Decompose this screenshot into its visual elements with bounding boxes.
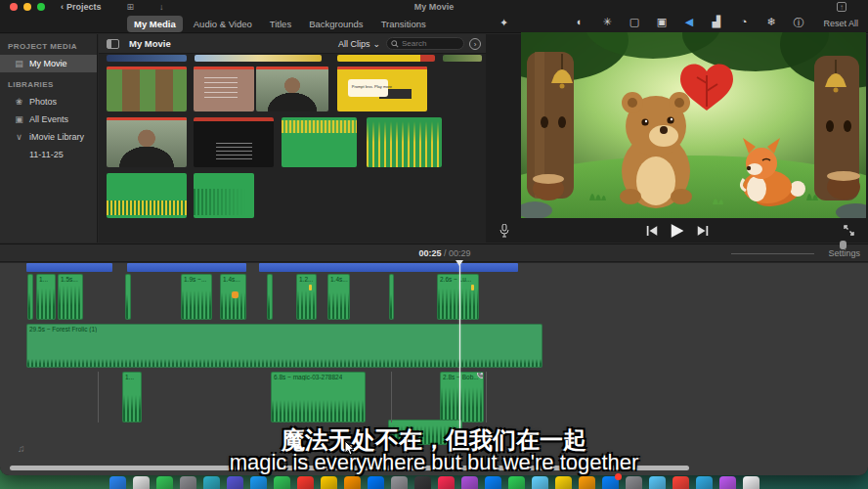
timeline-clip[interactable]: 2.8s ~ Bob...×: [440, 372, 484, 422]
dock-app-icon[interactable]: [156, 476, 173, 489]
color-balance-icon[interactable]: ◐: [572, 16, 587, 27]
timeline-clip[interactable]: 1.4s...: [327, 274, 350, 320]
tab-backgrounds[interactable]: Backgrounds: [302, 16, 369, 32]
sidebar-item-imovie-library[interactable]: ∨iMovie Library: [0, 128, 97, 146]
effects-icon[interactable]: ❄: [763, 16, 779, 28]
crop-icon[interactable]: ▢: [627, 16, 642, 28]
noise-reduction-icon[interactable]: ▟: [709, 16, 724, 28]
timeline-clip[interactable]: 1.5s...: [58, 274, 83, 320]
projects-back-button[interactable]: ‹ Projects: [61, 2, 102, 12]
speed-icon[interactable]: ◔: [736, 16, 752, 27]
tab-my-media[interactable]: My Media: [127, 16, 183, 32]
skip-forward-button[interactable]: [697, 226, 708, 236]
dock-app-icon[interactable]: [649, 476, 666, 489]
media-thumbnail[interactable]: [443, 55, 482, 62]
dock-app-icon[interactable]: [602, 476, 619, 489]
dock-app-icon[interactable]: [485, 476, 501, 489]
dock-app-icon[interactable]: [274, 476, 290, 489]
preview-viewer[interactable]: [521, 32, 866, 218]
sidebar-item-photos[interactable]: ❀Photos: [0, 93, 97, 111]
media-thumbnail[interactable]: [337, 55, 435, 62]
dock-app-icon[interactable]: [626, 476, 642, 489]
search-input[interactable]: Search: [386, 37, 464, 50]
timeline-clip[interactable]: [267, 274, 273, 320]
dock-app-icon[interactable]: [133, 476, 150, 489]
media-thumbnail[interactable]: [107, 55, 187, 62]
timeline[interactable]: ♫ 1...1.5s...1.9s ~...1.4s...1.2...1.4s.…: [0, 263, 868, 475]
timeline-clip[interactable]: [27, 274, 33, 320]
timeline-video-bar[interactable]: [259, 263, 518, 272]
timeline-clip[interactable]: [125, 274, 131, 320]
media-thumbnail[interactable]: Prompt less. Play more: [337, 67, 427, 111]
dock-app-icon[interactable]: [368, 476, 384, 489]
media-thumbnail[interactable]: [194, 173, 254, 218]
dock-app-icon[interactable]: [532, 476, 548, 489]
all-clips-filter[interactable]: All Clips⌄: [338, 39, 380, 49]
timeline-clip[interactable]: [389, 274, 394, 320]
timeline-clip[interactable]: 2.6s ~ Lu...: [437, 274, 479, 320]
media-thumbnail[interactable]: [282, 117, 357, 167]
tab-transitions[interactable]: Transitions: [374, 16, 433, 32]
fullscreen-icon[interactable]: [844, 225, 854, 236]
color-correction-icon[interactable]: ✳: [599, 16, 615, 28]
media-thumbnail[interactable]: [195, 55, 322, 62]
dock-app-icon[interactable]: [109, 476, 126, 489]
dock-app-icon[interactable]: [344, 476, 361, 489]
dock-app-icon[interactable]: [461, 476, 478, 489]
media-thumbnail[interactable]: [107, 67, 187, 111]
share-icon[interactable]: ↑: [837, 2, 846, 12]
sidebar-toggle-icon[interactable]: [107, 39, 119, 49]
reset-all-button[interactable]: Reset All: [823, 19, 858, 28]
tab-titles[interactable]: Titles: [263, 16, 298, 32]
dock-app-icon[interactable]: [414, 476, 431, 489]
voiceover-mic-icon[interactable]: [499, 224, 509, 238]
dock-app-icon[interactable]: [719, 476, 736, 489]
timeline-clip[interactable]: 1...: [122, 372, 142, 422]
dock-app-icon[interactable]: [508, 476, 525, 489]
import-media-icon[interactable]: ⊞: [127, 2, 135, 12]
media-thumbnail[interactable]: [194, 117, 274, 167]
dock-app-icon[interactable]: [438, 476, 455, 489]
download-icon[interactable]: ↓: [159, 2, 164, 12]
dock-app-icon[interactable]: [250, 476, 267, 489]
skip-back-button[interactable]: [646, 226, 657, 236]
timeline-clip[interactable]: [388, 420, 462, 445]
volume-icon[interactable]: ◀: [681, 16, 697, 28]
sidebar-item-11-11-25[interactable]: 11-11-25: [0, 146, 97, 163]
sidebar-item-all-events[interactable]: ▣All Events: [0, 111, 97, 128]
dock-app-icon[interactable]: [297, 476, 314, 489]
dock-app-icon[interactable]: [555, 476, 572, 489]
play-button[interactable]: [671, 224, 683, 238]
playhead[interactable]: [459, 262, 460, 452]
clip-close-icon[interactable]: ×: [477, 372, 484, 378]
timeline-clip[interactable]: 29.5s ~ Forest Frolic (1): [26, 324, 542, 368]
dock-app-icon[interactable]: [696, 476, 713, 489]
timeline-scrollbar[interactable]: [10, 466, 689, 470]
timeline-clip[interactable]: 6.8s ~ magic-03-278824: [271, 372, 366, 422]
advanced-filter-icon[interactable]: ›: [469, 38, 481, 50]
timeline-video-bar[interactable]: [127, 263, 246, 272]
info-icon[interactable]: ⓘ: [791, 16, 806, 30]
dock-app-icon[interactable]: [321, 476, 337, 489]
tab-audio-video[interactable]: Audio & Video: [187, 16, 259, 32]
zoom-window-button[interactable]: [37, 3, 45, 11]
dock-app-icon[interactable]: [743, 476, 760, 489]
minimize-window-button[interactable]: [23, 3, 31, 11]
dock-app-icon[interactable]: [227, 476, 243, 489]
settings-button[interactable]: Settings: [828, 248, 860, 258]
timeline-clip[interactable]: 1.2...: [296, 274, 317, 320]
dock-app-icon[interactable]: [673, 476, 689, 489]
media-thumbnail[interactable]: [107, 117, 187, 167]
timeline-zoom-slider[interactable]: [731, 253, 814, 254]
timeline-clip[interactable]: 1.9s ~...: [181, 274, 212, 320]
dock-app-icon[interactable]: [391, 476, 408, 489]
media-thumbnail[interactable]: [194, 67, 254, 111]
auto-enhance-icon[interactable]: ✦: [499, 17, 508, 29]
close-window-button[interactable]: [10, 3, 18, 11]
playhead-handle[interactable]: [456, 260, 463, 266]
timeline-clip[interactable]: 1.4s...: [220, 274, 246, 320]
media-thumbnail[interactable]: [256, 67, 328, 111]
media-thumbnail[interactable]: [367, 117, 442, 167]
timeline-video-bar[interactable]: [26, 263, 112, 272]
dock-app-icon[interactable]: [180, 476, 196, 489]
